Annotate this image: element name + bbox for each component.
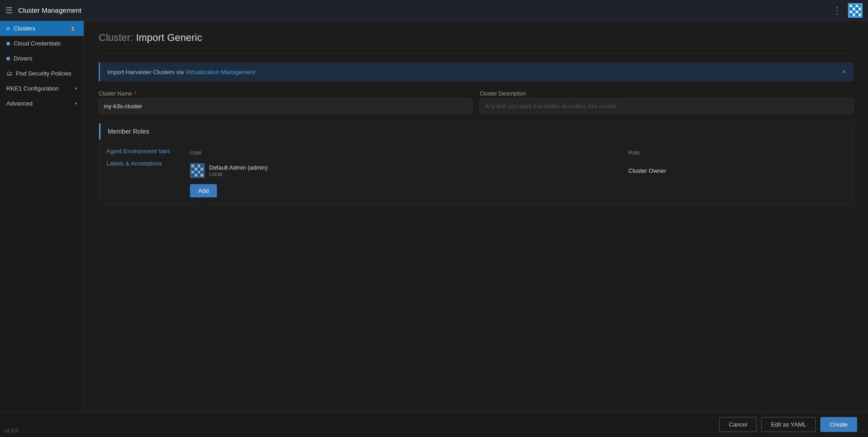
avatar-cell xyxy=(201,174,203,176)
logo-cell xyxy=(859,14,861,16)
sidebar-item-rke1-configuration[interactable]: RKE1 Configuration ▾ xyxy=(0,81,84,96)
member-role-cell: Cluster Owner xyxy=(628,167,846,174)
logo-cell xyxy=(850,11,852,13)
logo-cell xyxy=(850,5,852,7)
col-header-role: Role xyxy=(628,150,846,156)
bottom-bar: Cancel Edit as YAML Create xyxy=(0,412,868,437)
avatar-cell xyxy=(198,174,201,176)
folder-icon: 🗂 xyxy=(6,70,12,77)
avatar-cell xyxy=(191,174,194,176)
section-header: Member Roles xyxy=(99,123,853,140)
logo-cell xyxy=(853,8,855,10)
avatar-cell xyxy=(198,168,201,171)
avatar-cell xyxy=(195,165,197,167)
agent-env-vars-link[interactable]: Agent Environment Vars xyxy=(106,147,179,156)
member-table: User Role xyxy=(190,147,846,197)
logo-cell xyxy=(856,11,858,13)
hamburger-icon[interactable]: ☰ xyxy=(5,5,13,15)
logo-cell xyxy=(859,5,861,7)
sidebar-section-label: RKE1 Configuration xyxy=(6,85,59,92)
logo-cell xyxy=(859,11,861,13)
edit-as-yaml-button[interactable]: Edit as YAML xyxy=(761,417,816,432)
sidebar-item-advanced[interactable]: Advanced ▾ xyxy=(0,96,84,111)
avatar-cell xyxy=(191,171,194,174)
page-header: Cluster: Import Generic xyxy=(99,32,853,44)
avatar-cell xyxy=(198,171,201,174)
form-group-cluster-name: Cluster Name * xyxy=(99,90,472,114)
avatar-cell xyxy=(191,168,194,171)
cluster-desc-label: Cluster Description xyxy=(480,90,853,97)
cluster-name-label: Cluster Name * xyxy=(99,90,472,97)
sidebar-item-pod-security-policies[interactable]: 🗂 Pod Security Policies xyxy=(0,66,84,81)
user-info: Default Admin (admin) Local xyxy=(209,164,268,177)
title-prefix: Cluster: xyxy=(99,32,133,43)
sidebar-item-cloud-credentials[interactable]: Cloud Credentials xyxy=(0,36,84,51)
title-name: Import Generic xyxy=(136,32,202,43)
form-row-cluster-info: Cluster Name * Cluster Description xyxy=(99,90,853,114)
add-member-button[interactable]: Add xyxy=(190,184,217,197)
avatar-cell xyxy=(195,168,197,171)
member-roles-section: Member Roles Agent Environment Vars Labe… xyxy=(99,123,853,205)
sidebar-item-label: Pod Security Policies xyxy=(16,70,71,77)
sidebar-item-label: Cloud Credentials xyxy=(14,40,60,47)
app-title: Cluster Management xyxy=(18,6,81,14)
member-table-header: User Role xyxy=(190,147,846,159)
logo-cell xyxy=(853,11,855,13)
avatar-cell xyxy=(195,171,197,174)
avatar-cell xyxy=(201,165,203,167)
clusters-badge: 1 xyxy=(68,25,77,32)
avatar-cell xyxy=(198,165,201,167)
clusters-dot-icon xyxy=(6,27,10,30)
info-banner-text: Import Harvester Clusters via Virtualiza… xyxy=(107,69,256,75)
virtualization-management-link[interactable]: Virtualization Management xyxy=(186,69,256,75)
page-title: Cluster: Import Generic xyxy=(99,32,853,44)
create-button[interactable]: Create xyxy=(820,417,857,432)
section-sidebar-links: Agent Environment Vars Labels & Annotati… xyxy=(106,147,179,197)
avatar-cell xyxy=(201,168,203,171)
divider xyxy=(99,53,853,53)
chevron-down-icon: ▾ xyxy=(75,101,77,106)
logo-cell xyxy=(853,14,855,16)
sidebar-item-label: Drivers xyxy=(14,55,32,62)
required-indicator: * xyxy=(135,90,137,97)
dots-menu-icon[interactable]: ⋮ xyxy=(833,5,843,16)
top-bar-right: ⋮ xyxy=(833,3,863,18)
logo-cell xyxy=(856,8,858,10)
top-bar-left: ☰ Cluster Management xyxy=(5,5,81,15)
section-body: Agent Environment Vars Labels & Annotati… xyxy=(99,140,853,205)
sidebar-item-clusters[interactable]: Clusters 1 xyxy=(0,21,84,36)
chevron-down-icon: ▾ xyxy=(75,86,77,91)
info-banner: Import Harvester Clusters via Virtualiza… xyxy=(99,62,853,81)
logo-cell xyxy=(859,8,861,10)
avatar-cell xyxy=(191,165,194,167)
rancher-logo[interactable] xyxy=(848,3,863,18)
avatar xyxy=(190,163,205,178)
sidebar: Clusters 1 Cloud Credentials Drivers 🗂 P… xyxy=(0,21,84,412)
sidebar-section-label: Advanced xyxy=(6,100,33,107)
labels-annotations-link[interactable]: Labels & Annotations xyxy=(106,159,179,168)
sidebar-item-drivers[interactable]: Drivers xyxy=(0,51,84,66)
cloud-credentials-dot-icon xyxy=(6,42,10,45)
form-group-cluster-description: Cluster Description xyxy=(480,90,853,114)
logo-cell xyxy=(856,14,858,16)
logo-cell xyxy=(850,14,852,16)
user-name: Default Admin (admin) xyxy=(209,164,268,171)
cluster-name-input[interactable] xyxy=(99,99,472,114)
drivers-dot-icon xyxy=(6,57,10,60)
user-source: Local xyxy=(209,171,268,177)
col-header-user: User xyxy=(190,150,625,156)
table-row: Default Admin (admin) Local Cluster Owne… xyxy=(190,161,846,181)
member-user-cell: Default Admin (admin) Local xyxy=(190,163,625,178)
main-layout: Clusters 1 Cloud Credentials Drivers 🗂 P… xyxy=(0,21,868,412)
cluster-description-input[interactable] xyxy=(480,99,853,114)
avatar-cell xyxy=(195,174,197,176)
logo-cell xyxy=(853,5,855,7)
avatar-cell xyxy=(201,171,203,174)
content-area: Cluster: Import Generic Import Harvester… xyxy=(84,21,868,412)
close-icon[interactable]: × xyxy=(842,68,846,76)
logo-cell xyxy=(850,8,852,10)
sidebar-item-label: Clusters xyxy=(14,25,35,32)
info-text-before: Import Harvester Clusters via xyxy=(107,69,186,75)
logo-cell xyxy=(856,5,858,7)
cancel-button[interactable]: Cancel xyxy=(719,417,757,432)
